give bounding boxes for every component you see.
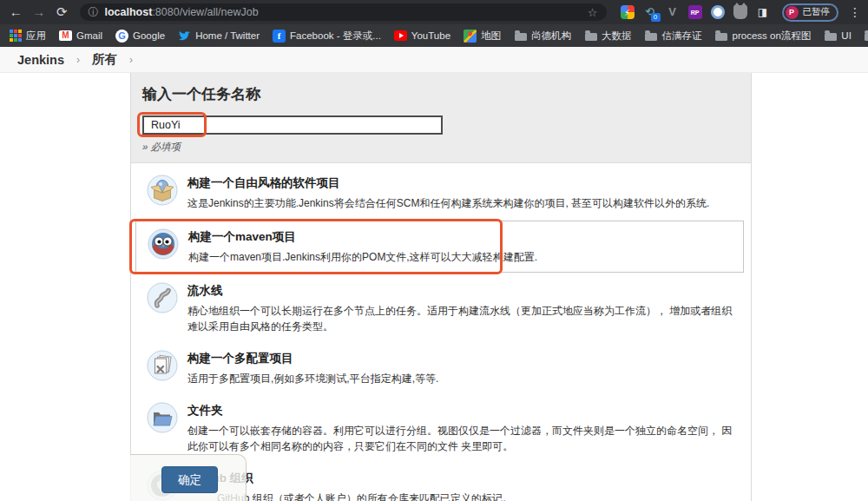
folder-icon — [645, 33, 657, 41]
folder-icon — [825, 33, 837, 41]
forward-icon[interactable]: → — [30, 0, 49, 24]
bookmark-item-maps[interactable]: 地图 — [464, 30, 501, 43]
bookmark-item-youtube[interactable]: YouTube — [394, 30, 450, 43]
url-text: localhost:8080/view/all/newJob — [105, 6, 259, 18]
job-type-desc: 精心地组织一个可以长期运行在多个节点上的任务。适用于构建流水线（更加正式地应当称… — [187, 303, 736, 334]
job-type-title: 流水线 — [187, 283, 736, 299]
sync-status-label: 已暂停 — [803, 6, 831, 18]
job-type-title: 文件夹 — [187, 403, 736, 419]
multiconfig-project-icon — [147, 350, 178, 381]
extensions-row: ⟲0 V RP ◨ — [621, 5, 770, 19]
url-path: :8080/view/all/newJob — [152, 6, 258, 18]
job-type-folder[interactable]: 文件夹 创建一个可以嵌套存储的容器。利用它可以进行分组。视图仅仅是一个过滤器，而… — [131, 394, 751, 462]
bookmark-label: 大数据 — [602, 30, 632, 43]
job-type-desc: 构建一个maven项目.Jenkins利用你的POM文件,这样可以大大减轻构建配… — [188, 249, 537, 265]
job-type-desc: 创建一个可以嵌套存储的容器。利用它可以进行分组。视图仅仅是一个过滤器，而文件夹则… — [187, 423, 736, 454]
job-type-maven[interactable]: 构建一个maven项目 构建一个maven项目.Jenkins利用你的POM文件… — [135, 221, 744, 273]
bookmark-item-folder-5[interactable]: UI — [824, 30, 852, 43]
facebook-icon: f — [273, 30, 286, 43]
job-type-desc: 这是Jenkins的主要功能.Jenkins将会结合任何SCM和任何构建系统来构… — [187, 195, 709, 211]
freestyle-project-icon — [147, 175, 178, 206]
back-icon[interactable]: ← — [7, 0, 25, 24]
job-name-input[interactable] — [142, 115, 443, 135]
google-icon: G — [115, 30, 128, 43]
bookmark-item-folder-2[interactable]: 大数据 — [584, 30, 632, 43]
sync-extension-icon[interactable]: ⟲0 — [643, 5, 657, 19]
bookmark-label: 应用 — [26, 30, 46, 43]
footer-overlay: 确定 — [130, 454, 247, 501]
bookmark-item-facebook[interactable]: f Facebook - 登录或... — [273, 30, 381, 43]
bookmark-label: UI — [841, 30, 852, 41]
avatar: P — [786, 6, 799, 19]
job-type-pipeline[interactable]: 流水线 精心地组织一个可以长期运行在多个节点上的任务。适用于构建流水线（更加正式… — [131, 274, 751, 342]
chevron-right-icon: › — [129, 54, 133, 66]
job-type-title: 构建一个多配置项目 — [187, 351, 438, 366]
profile-chip[interactable]: P 已暂停 — [782, 3, 839, 22]
ring-extension-icon[interactable] — [711, 5, 725, 19]
extensions-puzzle-icon[interactable]: ◨ — [756, 5, 770, 19]
breadcrumb-jenkins[interactable]: Jenkins — [17, 53, 64, 67]
folder-icon — [515, 33, 527, 41]
required-note: » 必填项 — [142, 141, 733, 154]
bookmark-label: 信满存证 — [662, 30, 702, 43]
new-job-panel: 输入一个任务名称 » 必填项 构建一个自由风格的软件项目 这是Jenkins — [130, 73, 752, 501]
apps-grid-icon — [9, 30, 22, 43]
bookmark-label: Google — [133, 30, 165, 41]
address-bar[interactable]: ⓘ localhost:8080/view/all/newJob ☆ — [80, 3, 607, 21]
job-type-list: 构建一个自由风格的软件项目 这是Jenkins的主要功能.Jenkins将会结合… — [131, 163, 751, 501]
folder-icon — [715, 33, 727, 41]
twitter-icon — [178, 30, 191, 43]
browser-menu-icon[interactable]: ⋮ — [849, 5, 861, 19]
bookmark-label: Facebook - 登录或... — [290, 30, 381, 43]
bookmarks-bar: 应用 M Gmail G Google Home / Twitter f Fac… — [0, 24, 868, 47]
chevron-right-icon: › — [76, 54, 80, 66]
job-type-multiconfig[interactable]: 构建一个多配置项目 适用于多配置项目,例如多环境测试,平台指定构建,等等. — [131, 342, 751, 394]
job-name-section: 输入一个任务名称 » 必填项 — [131, 73, 751, 163]
url-host: localhost — [105, 6, 153, 18]
breadcrumb: Jenkins › 所有 › — [0, 47, 868, 73]
bookmark-label: 尚德机构 — [531, 30, 571, 43]
job-type-title: 构建一个自由风格的软件项目 — [187, 175, 709, 191]
folder-job-icon — [147, 402, 178, 433]
bookmark-item-apps[interactable]: 应用 — [9, 30, 46, 43]
bookmark-label: process on流程图 — [733, 30, 812, 43]
color-bolt-extension-icon[interactable] — [621, 5, 635, 19]
bookmark-label: Home / Twitter — [195, 30, 260, 41]
bookmark-item-twitter[interactable]: Home / Twitter — [178, 30, 260, 43]
browser-toolbar: ← → ⟳ ⓘ localhost:8080/view/all/newJob ☆… — [0, 0, 868, 24]
bookmark-item-folder-1[interactable]: 尚德机构 — [514, 30, 571, 43]
site-info-icon[interactable]: ⓘ — [89, 7, 99, 17]
bookmark-item-gmail[interactable]: M Gmail — [59, 30, 102, 43]
youtube-icon — [394, 30, 407, 41]
job-type-title: 构建一个maven项目 — [188, 229, 537, 245]
pipeline-icon — [147, 282, 178, 313]
vue-devtools-icon[interactable]: V — [666, 5, 680, 19]
folder-icon — [865, 33, 868, 41]
bookmark-label: 地图 — [481, 30, 501, 43]
breadcrumb-all-view[interactable]: 所有 — [92, 51, 117, 68]
maps-icon — [464, 30, 477, 43]
job-type-desc: 适用于多配置项目,例如多环境测试,平台指定构建,等等. — [187, 371, 438, 386]
gmail-icon: M — [59, 30, 72, 41]
cat-extension-icon[interactable] — [733, 5, 747, 19]
sync-badge: 0 — [651, 13, 661, 22]
bookmark-item-folder-4[interactable]: process on流程图 — [715, 30, 812, 43]
bookmark-label: YouTube — [411, 30, 450, 41]
bookmark-item-google[interactable]: G Google — [115, 30, 165, 43]
job-type-freestyle[interactable]: 构建一个自由风格的软件项目 这是Jenkins的主要功能.Jenkins将会结合… — [131, 167, 751, 219]
maven-project-icon — [148, 228, 179, 260]
reload-icon[interactable]: ⟳ — [53, 0, 71, 24]
rp-extension-icon[interactable]: RP — [688, 5, 702, 19]
ok-button[interactable]: 确定 — [161, 466, 218, 493]
bookmark-item-folder-6[interactable]: 资源网站 — [865, 30, 868, 43]
bookmark-item-folder-3[interactable]: 信满存证 — [645, 30, 702, 43]
folder-icon — [585, 33, 597, 41]
bookmark-label: Gmail — [76, 30, 102, 41]
bookmark-star-icon[interactable]: ☆ — [588, 6, 598, 19]
page-title: 输入一个任务名称 — [142, 84, 733, 104]
